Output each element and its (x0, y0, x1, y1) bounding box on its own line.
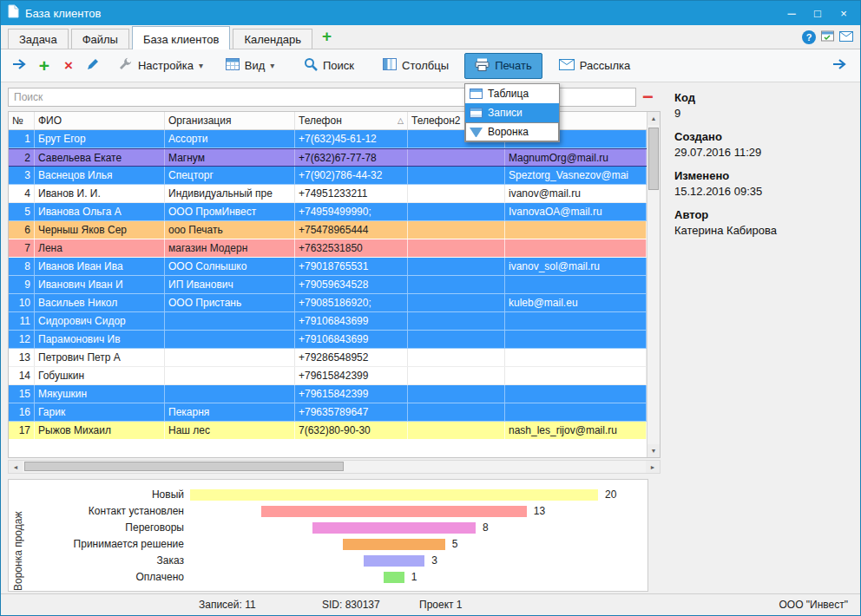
content-area: − №ФИООрганизацияТелефон△Телефон2 1Брут … (1, 82, 860, 593)
cell-num: 16 (9, 403, 35, 421)
funnel-bar (384, 572, 404, 583)
cell-num: 17 (9, 422, 35, 439)
horizontal-scroll-track[interactable] (23, 461, 646, 473)
cell-phone2 (408, 221, 505, 239)
find-label: Поиск (323, 59, 354, 72)
next-record-button[interactable] (827, 53, 853, 79)
table-row[interactable]: 3Васнецов ИльяСпецторг+7(902)786-44-32Sp… (9, 167, 647, 185)
find-button[interactable]: Поиск (291, 53, 367, 79)
funnel-category-label: Переговоры (9, 521, 184, 534)
cell-phone2 (408, 294, 505, 311)
mailing-label: Рассылка (580, 59, 631, 72)
scroll-up-button[interactable]: ▲ (647, 112, 660, 125)
open-record-button[interactable] (8, 53, 32, 79)
titlebar[interactable]: База клиентов ─ □ × (1, 1, 860, 25)
table-row[interactable]: 11Сидорович Сидор+79106843699 (9, 312, 647, 331)
table-body: 1Брут ЕгорАссорти+7(632)45-61-122Савелье… (9, 130, 647, 440)
table-row[interactable]: 14Гобушкин+79615842399 (9, 367, 647, 385)
table-row[interactable]: 16ГарикПекарня+79635789647 (9, 403, 647, 422)
table-row[interactable]: 17Рыжов МихаилНаш лес7(632)80-90-30nash_… (9, 422, 647, 440)
column-header-org[interactable]: Организация (165, 112, 295, 129)
table-row[interactable]: 10Васильев НиколООО Пристань+79085186920… (9, 294, 647, 312)
settings-button[interactable]: Настройка ▾ (112, 53, 209, 79)
vertical-scroll-thumb[interactable] (648, 128, 659, 190)
add-record-button[interactable]: + (32, 53, 56, 79)
vertical-scroll-track[interactable] (647, 125, 660, 444)
tab-Задача[interactable]: Задача (8, 29, 69, 49)
view-button[interactable]: Вид ▾ (216, 53, 284, 79)
print-menu-item-Записи[interactable]: Записи (465, 103, 559, 122)
cell-fio: Гобушкин (35, 367, 165, 384)
table-row[interactable]: 15Мякушкин+79615842399 (9, 385, 647, 403)
table-row[interactable]: 7Ленамагазин Модерн+7632531850 (9, 239, 647, 258)
mail-icon[interactable] (839, 29, 853, 45)
app-window: База клиентов ─ □ × ЗадачаФайлыБаза клие… (0, 0, 861, 616)
tab-Файлы[interactable]: Файлы (71, 29, 129, 49)
scroll-left-button[interactable]: ◄ (9, 461, 23, 473)
cell-email (505, 403, 647, 421)
print-button[interactable]: Печать (464, 53, 542, 79)
cell-phone2 (408, 349, 505, 366)
tab-База клиентов[interactable]: База клиентов (132, 26, 230, 49)
columns-label: Столбцы (402, 59, 449, 72)
funnel-category-label: Заказ (9, 554, 184, 567)
print-menu-item-Воронка[interactable]: Воронка (465, 122, 559, 141)
cell-phone2 (408, 203, 505, 220)
cell-org (165, 385, 295, 403)
table-row[interactable]: 6Черныш Яков Серооо Печать+75478965444 (9, 221, 647, 239)
cell-fio: Петрович Петр А (35, 349, 165, 366)
cell-org: Ассорти (165, 130, 295, 147)
horizontal-scrollbar[interactable]: ◄ ► (8, 460, 661, 474)
print-label: Печать (495, 59, 532, 72)
settings-label: Настройка (138, 59, 194, 72)
columns-button[interactable]: Столбцы (374, 53, 457, 79)
funnel-category-label: Новый (9, 488, 184, 501)
table-row[interactable]: 2Савельева ЕкатеМагнум+7(632)67-77-78Mag… (9, 148, 647, 167)
cell-num: 15 (9, 385, 35, 403)
collapse-filter-button[interactable]: − (642, 90, 654, 104)
horizontal-scroll-thumb[interactable] (24, 462, 344, 471)
cell-email (505, 385, 647, 403)
maximize-button[interactable]: □ (805, 1, 831, 25)
table-row[interactable]: 5Иванова Ольга АООО ПромИнвест+749594999… (9, 203, 647, 221)
cell-fio: Васильев Никол (35, 294, 165, 311)
column-header-num[interactable]: № (9, 112, 35, 129)
cell-org: ООО Пристань (165, 294, 295, 311)
funnel-row: Контакт установлен13 (9, 503, 647, 520)
table-row[interactable]: 13Петрович Петр А+79286548952 (9, 349, 647, 367)
minimize-button[interactable]: ─ (779, 1, 805, 25)
cell-phone: +79106843699 (295, 312, 408, 330)
session-id: SID: 830137 (322, 599, 380, 611)
mailing-button[interactable]: Рассылка (549, 53, 640, 79)
table-row[interactable]: 12Парамонович Ив+79106843699 (9, 331, 647, 349)
column-header-phone[interactable]: Телефон△ (295, 112, 408, 129)
print-menu-item-Таблица[interactable]: Таблица (465, 84, 559, 103)
table-row[interactable]: 9Иванович Иван ИИП Иванович+79059634528 (9, 276, 647, 294)
table-row[interactable]: 8Иванов Иван ИваООО Солнышко+79018765531… (9, 258, 647, 276)
scroll-right-button[interactable]: ► (646, 461, 660, 473)
vertical-scrollbar[interactable]: ▲ ▼ (647, 112, 660, 457)
cell-phone: 7(632)80-90-30 (295, 422, 408, 439)
column-header-fio[interactable]: ФИО (35, 112, 165, 129)
tab-Календарь[interactable]: Календарь (233, 29, 312, 49)
cell-phone2 (408, 403, 505, 421)
edit-record-button[interactable] (81, 53, 105, 79)
cell-phone: +7(632)67-77-78 (295, 149, 408, 166)
calendar-icon[interactable] (821, 29, 834, 45)
arrow-right-icon (12, 58, 28, 73)
pencil-icon (86, 57, 100, 74)
table-row[interactable]: 4Иванов И. И.Индивидуальный пре+74951233… (9, 185, 647, 203)
scroll-down-button[interactable]: ▼ (647, 444, 660, 457)
cell-num: 10 (9, 294, 35, 311)
cell-fio: Мякушкин (35, 385, 165, 403)
cell-org (165, 349, 295, 366)
delete-record-button[interactable]: × (56, 53, 81, 79)
cell-org: Индивидуальный пре (165, 185, 295, 202)
close-button[interactable]: × (831, 1, 857, 25)
add-tab-button[interactable]: + (315, 27, 338, 49)
author-label: Автор (674, 208, 851, 221)
cell-email: nash_les_rijov@mail.ru (505, 422, 647, 439)
help-icon[interactable]: ? (802, 30, 816, 44)
cell-email (505, 221, 647, 239)
cell-phone2 (408, 385, 505, 403)
